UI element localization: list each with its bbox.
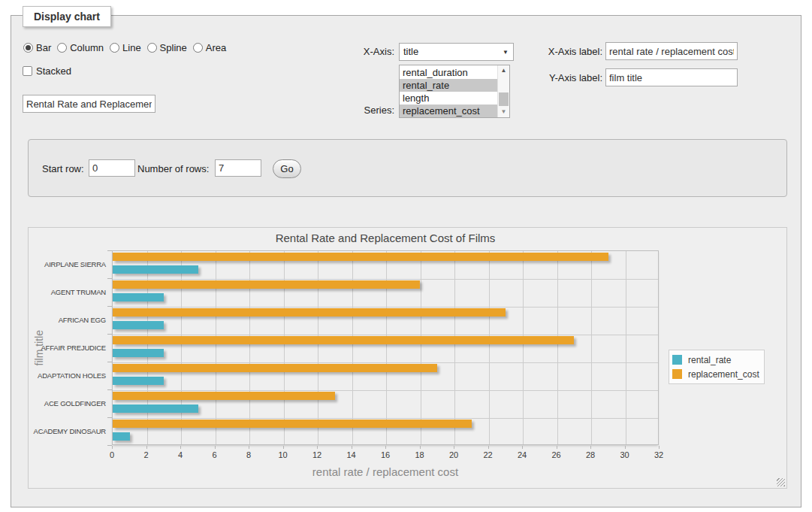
x-tick-mark	[522, 446, 523, 449]
vertical-gridline	[523, 251, 524, 444]
x-tick-mark	[590, 446, 591, 449]
x-tick-mark	[488, 446, 489, 449]
bar-replacement_cost-airplane-sierra	[113, 253, 608, 261]
x-tick-label: 26	[551, 450, 560, 459]
y-tick-mark	[107, 250, 112, 251]
series-option-length[interactable]: length	[400, 92, 497, 105]
resize-grip[interactable]	[777, 478, 785, 486]
y-category-label: AFRICAN EGG	[44, 306, 106, 334]
vertical-gridline	[454, 251, 455, 444]
y-tick-mark	[107, 278, 112, 279]
y-category-label: ADAPTATION HOLES	[44, 362, 106, 389]
y-category-label: ACADEMY DINOSAUR	[44, 417, 106, 445]
horizontal-gridline	[113, 335, 658, 335]
radio-bar-label: Bar	[36, 42, 51, 53]
radio-line-label: Line	[122, 42, 141, 53]
chart-legend: rental_rate replacement_cost	[669, 350, 765, 384]
num-rows-input[interactable]	[215, 159, 261, 177]
scroll-up-icon[interactable]: ▲	[498, 65, 509, 76]
y-axis-label-field-label: Y-Axis label:	[536, 72, 602, 83]
stacked-checkbox-item[interactable]: Stacked	[23, 65, 71, 77]
x-tick-mark	[659, 446, 660, 449]
bar-rental_rate-african-egg	[113, 321, 164, 329]
y-category-label: AFFAIR PREJUDICE	[44, 334, 106, 362]
chart-title-input[interactable]	[23, 95, 155, 113]
horizontal-gridline	[113, 390, 658, 391]
radio-line-control[interactable]	[110, 43, 119, 53]
bar-replacement_cost-affair-prejudice	[113, 336, 574, 344]
stacked-label: Stacked	[36, 65, 71, 77]
stacked-row: Stacked	[23, 65, 77, 77]
page: Display chart Bar Column Line Spline Are…	[0, 0, 812, 512]
x-axis-select[interactable]: title ▼	[399, 43, 514, 61]
x-tick-label: 32	[654, 450, 663, 459]
x-tick-mark	[180, 446, 181, 449]
x-tick-mark	[352, 446, 352, 449]
series-option-replacement-cost[interactable]: replacement_cost	[400, 105, 497, 117]
x-tick-label: 30	[620, 450, 629, 459]
radio-area[interactable]: Area	[193, 42, 226, 53]
y-axis-label-input[interactable]	[605, 68, 738, 86]
scroll-down-icon[interactable]: ▼	[498, 107, 509, 117]
radio-column[interactable]: Column	[57, 42, 104, 53]
radio-spline-control[interactable]	[147, 43, 157, 53]
chart-container: Rental Rate and Replacement Cost of Film…	[28, 227, 787, 489]
vertical-gridline	[591, 251, 592, 444]
x-tick-label: 6	[212, 450, 216, 459]
x-tick-label: 20	[449, 450, 458, 459]
series-option-rental-duration[interactable]: rental_duration	[400, 66, 497, 79]
x-tick-mark	[283, 446, 284, 449]
series-option-rental-rate[interactable]: rental_rate	[400, 79, 497, 92]
stacked-checkbox[interactable]	[23, 66, 32, 76]
y-category-label: ACE GOLDFINGER	[44, 389, 106, 417]
bar-replacement_cost-agent-truman	[113, 280, 420, 289]
bar-rental_rate-airplane-sierra	[113, 265, 198, 274]
radio-spline-label: Spline	[160, 42, 187, 53]
y-category-label: AIRPLANE SIERRA	[44, 250, 106, 278]
vertical-gridline	[421, 251, 421, 444]
bar-rental_rate-ace-goldfinger	[113, 404, 198, 413]
radio-spline[interactable]: Spline	[147, 42, 187, 53]
horizontal-gridline	[113, 307, 658, 308]
bar-replacement_cost-ace-goldfinger	[113, 392, 335, 400]
x-tick-mark	[146, 446, 147, 449]
bar-rental_rate-affair-prejudice	[113, 349, 164, 357]
y-tick-mark	[107, 362, 112, 362]
chart-title: Rental Rate and Replacement Cost of Film…	[112, 232, 659, 244]
x-tick-label: 8	[246, 450, 251, 459]
bar-rental_rate-agent-truman	[113, 293, 164, 301]
bar-rental_rate-adaptation-holes	[113, 377, 164, 385]
radio-bar-control[interactable]	[23, 43, 33, 53]
dropdown-arrow-icon: ▼	[503, 49, 509, 56]
x-axis-title: rental rate / replacement cost	[112, 465, 659, 478]
scrollbar-thumb[interactable]	[499, 92, 509, 106]
radio-line[interactable]: Line	[110, 42, 141, 53]
radio-bar[interactable]: Bar	[23, 42, 51, 53]
series-listbox[interactable]: rental_duration rental_rate length repla…	[399, 65, 510, 118]
row-controls-panel: Start row: Number of rows: Go	[28, 139, 787, 197]
x-tick-mark	[625, 446, 626, 449]
x-tick-label: 28	[586, 450, 595, 459]
bar-rental_rate-academy-dinosaur	[113, 432, 130, 441]
legend-label-rental-rate: rental_rate	[688, 355, 731, 365]
x-tick-mark	[215, 446, 216, 449]
series-select-label: Series:	[323, 105, 394, 116]
radio-column-label: Column	[70, 42, 104, 53]
x-tick-mark	[317, 446, 318, 449]
x-axis-select-label: X-Axis:	[323, 46, 394, 57]
radio-area-control[interactable]	[193, 43, 203, 53]
plot-area	[112, 250, 659, 445]
radio-column-control[interactable]	[57, 43, 67, 53]
series-scrollbar[interactable]: ▲ ▼	[497, 65, 509, 117]
x-tick-mark	[249, 446, 249, 449]
go-button[interactable]: Go	[273, 159, 301, 178]
radio-area-label: Area	[206, 42, 226, 53]
x-axis-label-input[interactable]	[605, 42, 738, 60]
y-tick-mark	[107, 334, 112, 335]
start-row-input[interactable]	[89, 159, 135, 177]
x-tick-label: 24	[518, 450, 527, 459]
vertical-gridline	[626, 251, 626, 444]
horizontal-gridline	[113, 279, 658, 280]
x-tick-mark	[112, 446, 113, 449]
start-row-label: Start row:	[42, 163, 84, 174]
